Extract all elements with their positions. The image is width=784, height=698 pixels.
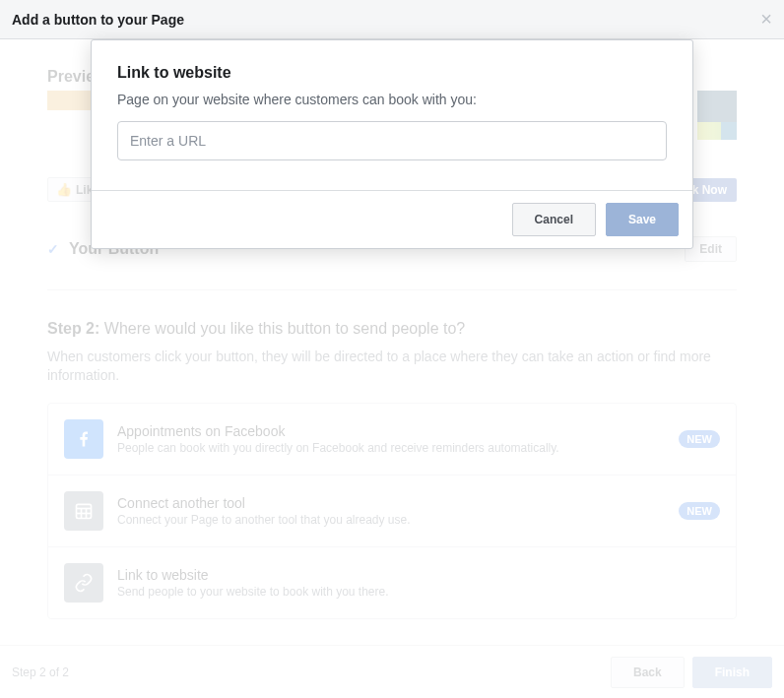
link-to-website-modal: Link to website Page on your website whe…: [91, 39, 693, 249]
url-input[interactable]: [117, 121, 667, 160]
dialog-title: Add a button to your Page: [12, 12, 184, 28]
cancel-button[interactable]: Cancel: [512, 203, 596, 236]
close-icon[interactable]: ×: [760, 8, 772, 31]
save-button[interactable]: Save: [606, 203, 679, 236]
modal-footer: Cancel Save: [92, 190, 692, 248]
modal-title: Link to website: [117, 64, 667, 82]
modal-field-label: Page on your website where customers can…: [117, 92, 667, 107]
dialog-header: Add a button to your Page ×: [0, 0, 784, 39]
